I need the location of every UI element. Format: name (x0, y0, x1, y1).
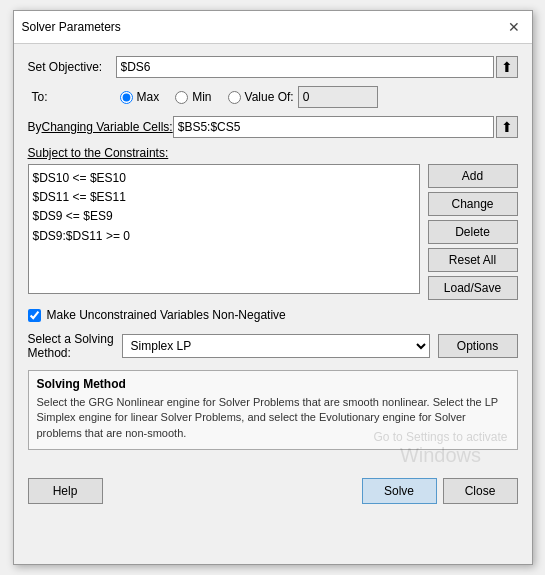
set-objective-upload-button[interactable]: ⬆ (496, 56, 518, 78)
by-changing-upload-button[interactable]: ⬆ (496, 116, 518, 138)
solving-method-box-text: Select the GRG Nonlinear engine for Solv… (37, 395, 509, 441)
solve-method-label: Select a SolvingMethod: (28, 332, 114, 360)
add-constraint-button[interactable]: Add (428, 164, 518, 188)
by-changing-underline: Changing Variable Cells: (42, 120, 173, 134)
solver-parameters-dialog: Solver Parameters ✕ Set Objective: ⬆ To:… (13, 10, 533, 565)
solving-method-box-title: Solving Method (37, 377, 509, 391)
solving-method-select[interactable]: Simplex LP GRG Nonlinear Evolutionary (122, 334, 430, 358)
footer-close-button[interactable]: Close (443, 478, 518, 504)
delete-constraint-button[interactable]: Delete (428, 220, 518, 244)
reset-all-button[interactable]: Reset All (428, 248, 518, 272)
constraints-list[interactable]: $DS10 <= $ES10 $DS11 <= $ES11 $DS9 <= $E… (28, 164, 420, 294)
footer-right-buttons: Solve Close (362, 478, 518, 504)
set-objective-input-group: ⬆ (116, 56, 518, 78)
value-of-row: Value Of: (228, 86, 378, 108)
by-text: By (28, 120, 42, 134)
constraints-section-label: Subject to the Constraints: (28, 146, 518, 160)
solve-button[interactable]: Solve (362, 478, 437, 504)
close-dialog-button[interactable]: ✕ (504, 17, 524, 37)
constraints-area-wrapper: $DS10 <= $ES10 $DS11 <= $ES11 $DS9 <= $E… (28, 164, 518, 300)
radio-min-label: Min (192, 90, 211, 104)
by-changing-input[interactable] (173, 116, 494, 138)
radio-value-of-label: Value Of: (245, 90, 294, 104)
checkbox-label: Make Unconstrained Variables Non-Negativ… (47, 308, 286, 322)
set-objective-label: Set Objective: (28, 60, 108, 74)
constraint-item-4: $DS9:$DS11 >= 0 (33, 227, 415, 246)
options-button[interactable]: Options (438, 334, 518, 358)
constraint-side-buttons: Add Change Delete Reset All Load/Save (428, 164, 518, 300)
by-changing-row: By Changing Variable Cells: ⬆ (28, 116, 518, 138)
radio-max-label: Max (137, 90, 160, 104)
constraint-item-1: $DS10 <= $ES10 (33, 169, 415, 188)
radio-value-of[interactable]: Value Of: (228, 90, 294, 104)
radio-max[interactable]: Max (120, 90, 160, 104)
radio-min[interactable]: Min (175, 90, 211, 104)
to-radio-group: Max Min Value Of: (120, 86, 378, 108)
by-changing-label: By Changing Variable Cells: (28, 120, 173, 134)
constraints-text: $DS10 <= $ES10 $DS11 <= $ES11 $DS9 <= $E… (33, 169, 415, 246)
checkbox-row: Make Unconstrained Variables Non-Negativ… (28, 308, 518, 322)
dialog-title: Solver Parameters (22, 20, 121, 34)
change-constraint-button[interactable]: Change (428, 192, 518, 216)
dialog-content: Set Objective: ⬆ To: Max Min (14, 44, 532, 472)
radio-min-input[interactable] (175, 91, 188, 104)
title-bar: Solver Parameters ✕ (14, 11, 532, 44)
constraint-item-3: $DS9 <= $ES9 (33, 207, 415, 226)
constraints-section: Subject to the Constraints: $DS10 <= $ES… (28, 146, 518, 300)
to-label: To: (32, 90, 112, 104)
set-objective-row: Set Objective: ⬆ (28, 56, 518, 78)
radio-value-of-input[interactable] (228, 91, 241, 104)
by-changing-input-group: ⬆ (173, 116, 518, 138)
set-objective-input[interactable] (116, 56, 494, 78)
constraint-item-2: $DS11 <= $ES11 (33, 188, 415, 207)
unconstrained-checkbox[interactable] (28, 309, 41, 322)
value-of-number-input[interactable] (298, 86, 378, 108)
solve-method-row: Select a SolvingMethod: Simplex LP GRG N… (28, 332, 518, 360)
to-row: To: Max Min Value Of: (28, 86, 518, 108)
solving-method-box: Solving Method Select the GRG Nonlinear … (28, 370, 518, 450)
radio-max-input[interactable] (120, 91, 133, 104)
help-button[interactable]: Help (28, 478, 103, 504)
load-save-button[interactable]: Load/Save (428, 276, 518, 300)
dialog-footer: Help Solve Close (14, 472, 532, 514)
